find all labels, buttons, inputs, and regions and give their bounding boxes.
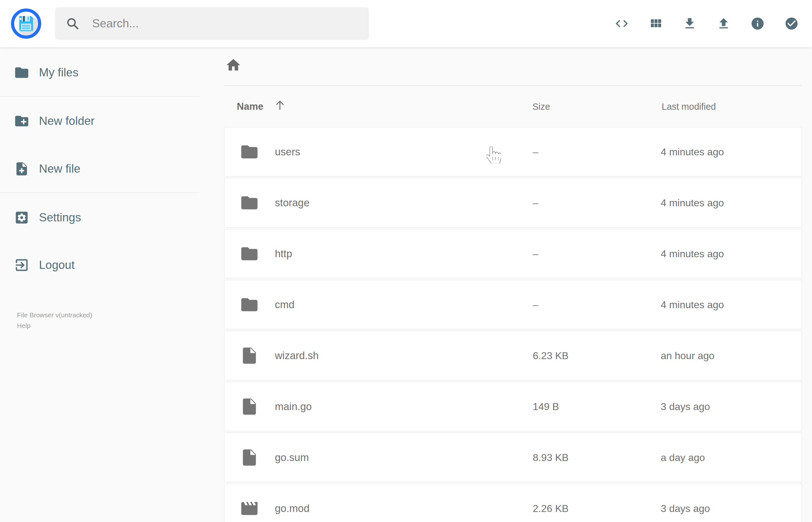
file-name: go.mod [275,502,309,515]
download-button[interactable] [683,16,697,31]
sidebar-divider [0,96,199,97]
file-row-http[interactable]: http – 4 minutes ago [224,229,802,278]
file-icon [240,397,259,416]
column-header-size[interactable]: Size [532,99,550,114]
app-version: File Browser v(untracked) [17,310,92,320]
sidebar-item-label: New file [39,162,81,176]
folder-plus-icon [14,113,29,129]
file-size: – [533,299,539,310]
download-icon [683,16,697,31]
file-modified: 4 minutes ago [661,197,724,208]
check-circle-icon [784,16,799,31]
code-icon [614,16,629,31]
grid-view-icon [648,16,663,31]
file-size: 6.23 KB [533,350,569,361]
raw-view-button[interactable] [614,16,629,31]
file-row-go-mod[interactable]: go.mod 2.26 KB 3 days ago [224,484,802,522]
file-name: http [275,248,292,260]
folder-icon [240,142,259,162]
sidebar-item-new-folder[interactable]: New folder [0,104,202,138]
listing-rows: users – 4 minutes ago storage – 4 minute… [224,127,802,522]
file-row-wizard-sh[interactable]: wizard.sh 6.23 KB an hour ago [224,331,802,380]
sidebar-item-logout[interactable]: Logout [0,248,202,282]
sidebar-item-my-files[interactable]: My files [0,55,202,90]
sidebar-divider [0,193,199,193]
breadcrumb-divider [224,85,802,86]
sidebar-item-label: New folder [39,115,95,128]
file-row-storage[interactable]: storage – 4 minutes ago [224,178,802,227]
sidebar-item-label: Settings [39,211,81,224]
home-icon [225,57,242,73]
arrow-up-icon[interactable] [273,98,286,113]
search-bar[interactable] [55,7,369,40]
file-name: wizard.sh [275,350,319,362]
sidebar-item-label: My files [39,66,78,79]
sidebar: My files New folder New file [0,47,202,522]
file-row-go-sum[interactable]: go.sum 8.93 KB a day ago [224,433,802,482]
file-listing: Name Size Last modified users – 4 minute… [202,47,812,522]
folder-icon [14,65,29,80]
file-modified: 3 days ago [661,401,710,412]
folder-icon [240,244,259,263]
file-plus-icon [14,161,29,177]
file-name: go.sum [275,451,309,463]
file-row-users[interactable]: users – 4 minutes ago [224,127,802,176]
folder-icon [240,193,259,213]
search-input[interactable] [92,17,351,31]
upload-icon [716,16,731,31]
file-size: – [533,197,539,208]
file-row-cmd[interactable]: cmd – 4 minutes ago [224,280,802,329]
column-header-name[interactable]: Name [237,99,263,114]
select-multiple-button[interactable] [784,16,799,31]
settings-icon [14,210,29,225]
file-modified: 4 minutes ago [661,248,724,259]
file-size: 8.93 KB [533,451,569,463]
info-icon [750,16,765,31]
file-size: – [533,146,539,158]
file-name: cmd [275,299,295,311]
sidebar-item-new-file[interactable]: New file [0,152,202,186]
file-modified: 3 days ago [661,502,710,514]
topbar-actions [614,0,799,47]
file-icon [240,346,259,365]
file-size: 2.26 KB [533,502,569,514]
folder-icon [240,295,259,315]
column-header-modified[interactable]: Last modified [662,99,716,114]
file-icon [240,448,259,467]
file-modified: an hour ago [661,350,714,361]
file-modified: a day ago [661,451,705,463]
filebrowser-logo[interactable] [10,7,42,40]
info-button[interactable] [750,16,765,31]
breadcrumb-home[interactable] [225,57,242,73]
file-name: storage [275,197,309,209]
switch-view-button[interactable] [648,16,663,31]
file-size: – [533,248,539,259]
file-size: 149 B [533,401,559,412]
sidebar-item-settings[interactable]: Settings [0,200,202,235]
upload-button[interactable] [716,16,731,31]
file-name: users [275,146,300,158]
topbar [0,0,812,47]
help-link[interactable]: Help [17,320,92,331]
movie-icon [240,499,259,518]
filebrowser-app: My files New folder New file [0,0,812,522]
file-row-main-go[interactable]: main.go 149 B 3 days ago [224,382,802,431]
file-name: main.go [275,401,312,413]
floppy-disk-logo-icon [10,7,42,40]
logout-icon [14,257,29,273]
sidebar-footer: File Browser v(untracked) Help [17,310,92,331]
file-modified: 4 minutes ago [661,146,724,158]
search-icon [66,17,80,31]
file-modified: 4 minutes ago [661,299,724,310]
sidebar-item-label: Logout [39,259,75,272]
